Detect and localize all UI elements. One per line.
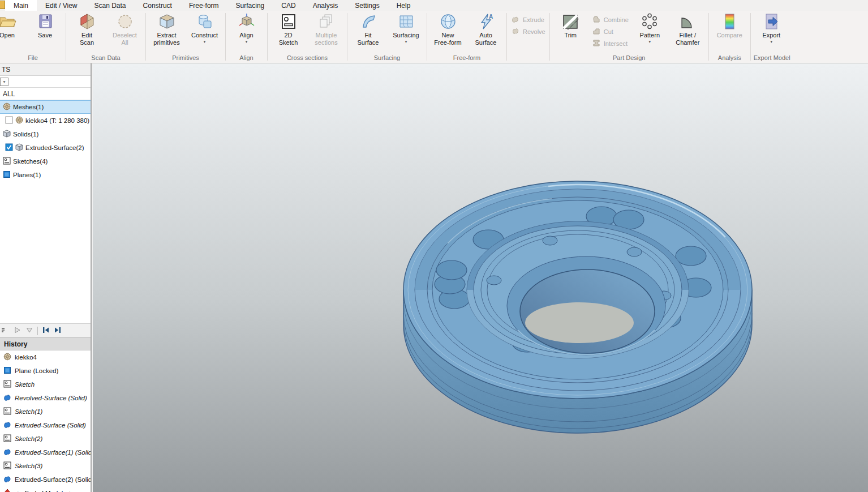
combine-button[interactable]: Combine <box>592 15 629 25</box>
skip-first-button[interactable] <box>41 326 51 336</box>
2d-sketch-button[interactable]: 2D Sketch <box>269 11 307 51</box>
extract-primitives-button[interactable]: Extract primitives <box>148 11 186 51</box>
list-fragment-button[interactable] <box>1 326 11 336</box>
construct-button[interactable]: Construct▾ <box>186 11 224 51</box>
button-label: Multiple sections <box>315 32 337 46</box>
history-item-label: <-- End of Model --> <box>15 490 73 492</box>
tree-node-extruded-surface-2[interactable]: Extruded-Surface(2) <box>0 141 91 155</box>
history-item-label: kiekko4 <box>15 354 37 361</box>
history-item[interactable]: kiekko4 <box>0 350 91 364</box>
button-label: Fit Surface <box>358 32 379 46</box>
history-item[interactable]: Revolved-Surface (Solid) <box>0 391 91 405</box>
menu-item-construct[interactable]: Construct <box>135 0 181 11</box>
left-panel: TS ▾ ALL Meshes(1)kiekko4 (T: 1 280 380)… <box>0 63 92 492</box>
menu-item-cad[interactable]: CAD <box>273 0 304 11</box>
model-kiekko4[interactable] <box>93 63 868 492</box>
save-button[interactable]: Save <box>26 11 64 51</box>
skip-first-icon <box>41 326 50 336</box>
play-forward-button[interactable] <box>12 326 23 336</box>
button-label: Construct <box>191 32 218 39</box>
edit-scan-button[interactable]: Edit Scan <box>68 11 106 51</box>
open-icon <box>0 12 16 32</box>
button-label: Intersect <box>604 40 628 47</box>
compare-button[interactable]: Compare <box>711 11 749 51</box>
tree-filter-dropdown[interactable]: ▾ <box>0 78 8 86</box>
deselect-all-button[interactable]: Deselect All <box>106 11 144 51</box>
auto-surface-icon: A <box>477 12 495 32</box>
sketch-icon <box>3 461 11 470</box>
intersect-button[interactable]: Intersect <box>592 38 629 49</box>
button-label: Extract primitives <box>153 32 179 46</box>
history-item-label: Revolved-Surface (Solid) <box>15 395 87 401</box>
button-label: Compare <box>717 32 742 39</box>
menu-item-edit-view[interactable]: Edit / View <box>37 0 85 11</box>
history-item[interactable]: Sketch(1) <box>0 405 91 418</box>
button-label: Auto Surface <box>475 32 497 46</box>
revolve-sm-icon <box>511 27 520 37</box>
skip-last-button[interactable] <box>53 326 63 336</box>
3d-viewport[interactable] <box>93 63 868 492</box>
button-label: Export <box>762 32 780 39</box>
revolve-button[interactable]: Revolve <box>511 27 545 37</box>
surfacing-button[interactable]: Surfacing▾ <box>387 11 425 51</box>
ribbon-group-label: File <box>2 54 64 63</box>
trim-button[interactable]: Trim <box>552 11 590 51</box>
menu-item-free-form[interactable]: Free-form <box>181 0 227 11</box>
menu-item-surfacing[interactable]: Surfacing <box>227 0 273 11</box>
tree-all-header[interactable]: ALL <box>0 88 91 100</box>
tree-node-label: Meshes(1) <box>13 104 44 110</box>
tree-node-solids-1[interactable]: Solids(1) <box>0 127 91 141</box>
tree-node-label: Extruded-Surface(2) <box>25 144 84 151</box>
blob-icon <box>3 448 11 457</box>
solid-icon <box>3 130 11 139</box>
tree-node-meshes-1[interactable]: Meshes(1) <box>0 100 91 114</box>
align-button[interactable]: Align▾ <box>227 11 265 51</box>
chevron-down-icon: ▾ <box>649 40 651 44</box>
menu-item-settings[interactable]: Settings <box>346 0 388 11</box>
ribbon-group-label: Align <box>227 54 265 63</box>
deselect-icon <box>116 12 134 32</box>
menu-bar: MainEdit / ViewScan DataConstructFree-fo… <box>0 0 868 11</box>
tree-node-sketches-4[interactable]: Sketches(4) <box>0 155 91 168</box>
fillet-chamfer-button[interactable]: Fillet / Chamfer <box>669 11 707 51</box>
history-item[interactable]: Extruded-Surface (Solid) <box>0 418 91 432</box>
new-free-form-button[interactable]: New Free-form <box>429 11 467 51</box>
compare-icon <box>720 12 738 32</box>
history-item[interactable]: Plane (Locked) <box>0 364 91 378</box>
plane-icon <box>3 366 11 375</box>
menu-item-main[interactable]: Main <box>5 0 37 11</box>
multiple-sections-button[interactable]: Multiple sections <box>307 11 345 51</box>
button-label: Combine <box>604 16 629 23</box>
history-item[interactable]: Extruded-Surface(1) (Solid) <box>0 446 91 459</box>
object-tree-panel-title: TS <box>0 63 91 76</box>
history-item[interactable]: Sketch(2) <box>0 432 91 446</box>
export-icon <box>762 12 780 32</box>
ribbon-group-surfacing: Fit SurfaceSurfacing▾Surfacing <box>347 11 427 63</box>
menu-item-scan-data[interactable]: Scan Data <box>86 0 135 11</box>
menu-item-help[interactable]: Help <box>388 0 419 11</box>
ribbon-group-file: OpenSaveFile <box>0 11 66 63</box>
fit-surface-button[interactable]: Fit Surface <box>349 11 387 51</box>
play-down-button[interactable] <box>24 326 35 336</box>
menu-item-analysis[interactable]: Analysis <box>304 0 347 11</box>
tree-node-kiekko4-t-1-280-380[interactable]: kiekko4 (T: 1 280 380) <box>0 114 91 127</box>
app-icon[interactable] <box>0 1 5 9</box>
tree-node-planes-1[interactable]: Planes(1) <box>0 168 91 182</box>
history-item[interactable]: Extruded-Surface(2) (Solid <box>0 473 91 486</box>
auto-surface-button[interactable]: AAuto Surface <box>467 11 505 51</box>
button-label: Fillet / Chamfer <box>676 32 699 46</box>
extrude-button[interactable]: Extrude <box>511 15 545 25</box>
svg-text:A: A <box>489 14 493 20</box>
history-item[interactable]: <-- End of Model --> <box>0 486 91 492</box>
cut-button[interactable]: Cut <box>592 27 629 37</box>
export-button[interactable]: Export▾ <box>753 11 790 51</box>
button-label: Deselect All <box>113 32 137 46</box>
ribbon-group-part-design: TrimCombineCutIntersectPattern▾Fillet / … <box>550 11 708 63</box>
blob-icon <box>3 421 11 430</box>
button-label: New Free-form <box>434 32 461 46</box>
multiple-sections-icon <box>317 12 336 32</box>
history-item[interactable]: Sketch <box>0 378 91 391</box>
history-item[interactable]: Sketch(3) <box>0 459 91 473</box>
open-button[interactable]: Open <box>0 11 26 51</box>
pattern-button[interactable]: Pattern▾ <box>631 11 669 51</box>
